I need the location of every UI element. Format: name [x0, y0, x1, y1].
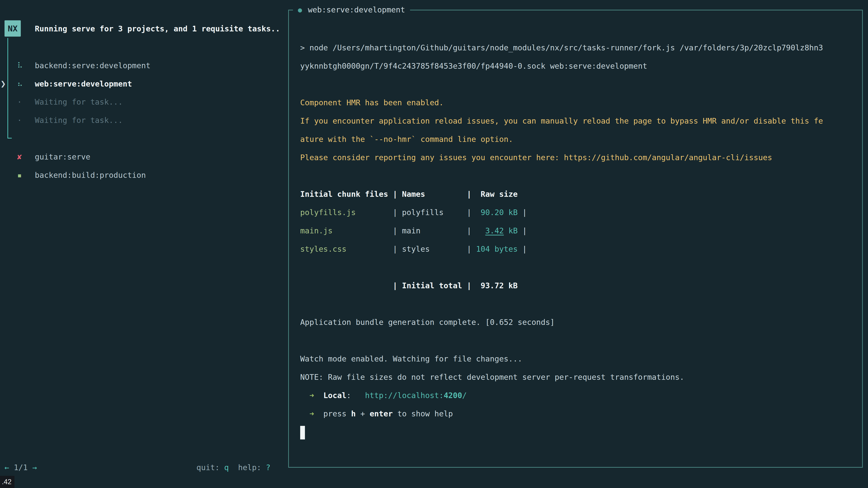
- terminal-text-segment: > node /Users/mhartington/Github/guitars…: [300, 43, 823, 52]
- terminal-line: ➜ Local: http://localhost:4200/: [300, 386, 858, 404]
- task-label: backend:serve:development: [35, 61, 151, 70]
- terminal-line: styles.css | styles | 104 bytes |: [300, 240, 858, 258]
- page-spacer: [28, 463, 32, 472]
- terminal-line: [300, 258, 858, 276]
- running-status-dot-icon: ●: [298, 1, 302, 19]
- terminal-text-segment: Application bundle generation complete. …: [300, 318, 555, 327]
- terminal-text-segment: ➜: [309, 391, 314, 400]
- terminal-line: yyknnbtgh0000gn/T/9f4c243785f8453e3f00/f…: [300, 57, 858, 75]
- terminal-text-segment: If you encounter application reload issu…: [300, 116, 823, 125]
- terminal-text-segment: |: [467, 208, 471, 217]
- nx-logo-badge: NX: [4, 20, 21, 37]
- task-row-web-serve[interactable]: ⠦ web:serve:development: [0, 74, 280, 93]
- quit-label: quit:: [196, 463, 224, 472]
- page-left-arrow-icon[interactable]: ←: [4, 463, 9, 472]
- terminal-line: Component HMR has been enabled.: [300, 94, 858, 112]
- terminal-text-segment: Component HMR has been enabled.: [300, 98, 444, 107]
- terminal-line: ature with the `--no-hmr` command line o…: [300, 130, 858, 149]
- terminal-line: [300, 75, 858, 94]
- terminal-text-segment: [471, 226, 485, 235]
- terminal-text-segment: enter: [370, 409, 393, 418]
- task-label: backend:build:production: [35, 170, 146, 180]
- page-count: 1/1: [14, 463, 28, 472]
- task-output-panel[interactable]: ● web:serve:development > node /Users/mh…: [288, 10, 863, 468]
- terminal-text-segment: styles.css: [300, 245, 393, 254]
- terminal-text-segment: 104 bytes: [471, 245, 522, 254]
- terminal-text-segment: |: [467, 245, 471, 254]
- task-label: Waiting for task...: [35, 116, 123, 125]
- terminal-text-segment: 90.20 kB: [471, 208, 522, 217]
- terminal-text-segment: Please consider reporting any issues you…: [300, 153, 772, 162]
- terminal-text-segment: kB: [504, 226, 522, 235]
- terminal-text-segment: |: [393, 208, 402, 217]
- terminal-text-segment: press: [323, 409, 351, 418]
- task-label: Waiting for task...: [35, 97, 123, 106]
- task-row-backend-build[interactable]: ▪ backend:build:production: [0, 166, 280, 184]
- task-row-guitar-serve[interactable]: ✘ guitar:serve: [0, 148, 280, 166]
- terminal-text-segment: | Initial total | 93.72 kB: [300, 281, 518, 290]
- terminal-line: Initial chunk files | Names | Raw size: [300, 185, 858, 203]
- terminal-text-segment: NOTE: Raw file sizes do not reflect deve…: [300, 372, 684, 382]
- terminal-line: [300, 423, 858, 441]
- terminal-line: main.js | main | 3.42 kB |: [300, 222, 858, 240]
- terminal-line: | Initial total | 93.72 kB: [300, 276, 858, 295]
- page-indicator: [9, 463, 13, 472]
- terminal-text-segment: ature with the `--no-hmr` command line o…: [300, 135, 513, 144]
- terminal-text-segment: |: [467, 226, 471, 235]
- terminal-text-segment: /: [462, 391, 467, 400]
- success-square-icon: ▪: [17, 170, 27, 180]
- terminal-line: [300, 331, 858, 350]
- terminal-text-segment: to show help: [393, 409, 453, 418]
- failed-cross-icon: ✘: [17, 152, 27, 161]
- terminal-text-segment: polyfills.js: [300, 208, 393, 217]
- terminal-output: > node /Users/mhartington/Github/guitars…: [300, 39, 858, 441]
- help-bar: quit: q help: ?: [196, 458, 271, 477]
- sidebar-title: Running serve for 3 projects, and 1 requ…: [35, 20, 280, 38]
- terminal-text-segment: :: [346, 391, 365, 400]
- terminal-line: [300, 167, 858, 185]
- page-right-arrow-icon[interactable]: →: [32, 463, 37, 472]
- spinner-icon: ⠧: [17, 61, 27, 70]
- terminal-text-segment: 4200: [444, 391, 462, 400]
- terminal-line: > node /Users/mhartington/Github/guitars…: [300, 39, 858, 57]
- panel-title: ● web:serve:development: [293, 1, 410, 19]
- terminal-cursor: [300, 426, 305, 440]
- terminal-text-segment: h: [351, 409, 355, 418]
- terminal-line: [300, 295, 858, 313]
- terminal-text-segment: [314, 409, 323, 418]
- typed-keys-overlay: .42: [0, 476, 14, 488]
- terminal-line: ➜ press h + enter to show help: [300, 404, 858, 423]
- task-label: web:serve:development: [35, 79, 132, 88]
- pagination: ← 1/1 →: [4, 458, 37, 477]
- terminal-text-segment: ➜: [309, 409, 314, 418]
- spinner-icon: ⠦: [17, 79, 27, 88]
- terminal-line: NOTE: Raw file sizes do not reflect deve…: [300, 368, 858, 386]
- terminal-text-segment: http://localhost:: [365, 391, 444, 400]
- terminal-text-segment: Initial chunk files | Names | Raw size: [300, 190, 518, 199]
- terminal-text-segment: |: [393, 226, 402, 235]
- terminal-text-segment: 3.42: [485, 226, 504, 235]
- terminal-line: Application bundle generation complete. …: [300, 313, 858, 331]
- help-label: help:: [229, 463, 266, 472]
- task-row-waiting-2[interactable]: · Waiting for task...: [0, 111, 280, 129]
- terminal-line: polyfills.js | polyfills | 90.20 kB |: [300, 203, 858, 222]
- task-row-backend-serve[interactable]: ⠧ backend:serve:development: [0, 56, 280, 74]
- task-row-waiting-1[interactable]: · Waiting for task...: [0, 93, 280, 111]
- terminal-text-segment: [300, 409, 309, 418]
- terminal-text-segment: [300, 391, 309, 400]
- terminal-text-segment: |: [522, 226, 527, 235]
- terminal-line: Watch mode enabled. Watching for file ch…: [300, 350, 858, 368]
- terminal-text-segment: main: [402, 226, 467, 235]
- waiting-dot-icon: ·: [17, 97, 27, 106]
- terminal-text-segment: |: [522, 208, 527, 217]
- waiting-dot-icon: ·: [17, 116, 27, 125]
- terminal-text-segment: yyknnbtgh0000gn/T/9f4c243785f8453e3f00/f…: [300, 61, 647, 70]
- terminal-text-segment: polyfills: [402, 208, 467, 217]
- terminal-line: Please consider reporting any issues you…: [300, 149, 858, 167]
- task-label: guitar:serve: [35, 152, 90, 161]
- terminal-text-segment: |: [522, 245, 527, 254]
- panel-title-text: web:serve:development: [308, 1, 405, 19]
- terminal-text-segment: Watch mode enabled. Watching for file ch…: [300, 354, 522, 363]
- help-key: ?: [266, 463, 270, 472]
- terminal-text-segment: [314, 391, 323, 400]
